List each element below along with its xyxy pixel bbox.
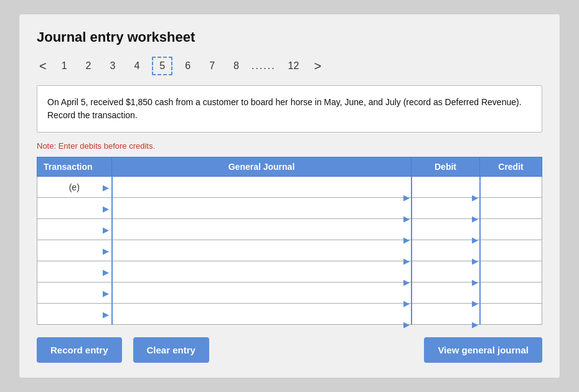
page-8[interactable]: 8 [227, 58, 245, 74]
credit-input-2[interactable] [481, 198, 542, 218]
transaction-arrow: ▶ [103, 182, 109, 192]
debit-input-1[interactable] [412, 172, 479, 193]
journal-table: Transaction General Journal Debit Credit… [37, 157, 542, 325]
gj-input-1[interactable] [120, 172, 411, 193]
transaction-arrow-3: ▶ [103, 225, 109, 234]
page-3[interactable]: 3 [104, 58, 122, 74]
buttons-row: Record entry Clear entry View general jo… [37, 337, 542, 363]
page-1[interactable]: 1 [55, 58, 73, 74]
transaction-arrow-6: ▶ [103, 288, 109, 297]
debit-input-5[interactable] [412, 257, 479, 278]
description-box: On April 5, received $1,850 cash from a … [37, 85, 542, 133]
gj-arrow-7: ▶ [403, 320, 410, 329]
credit-cell-2[interactable] [480, 198, 542, 219]
credit-input-1[interactable] [481, 177, 542, 197]
credit-cell-6[interactable] [480, 282, 542, 304]
transaction-cell-2: ▶ [37, 198, 112, 219]
transaction-cell-7: ▶ [37, 304, 112, 325]
credit-cell-4[interactable] [480, 240, 542, 261]
debit-arrow-7: ▶ [472, 320, 478, 329]
transaction-cell-3: ▶ [37, 219, 112, 240]
next-page-button[interactable]: > [311, 59, 324, 73]
page-6[interactable]: 6 [179, 58, 197, 74]
transaction-cell: (e)▶ [37, 177, 112, 198]
page-2[interactable]: 2 [80, 58, 98, 74]
gj-input-7[interactable] [120, 299, 411, 320]
debit-input-3[interactable] [412, 215, 479, 235]
transaction-cell-6: ▶ [37, 282, 112, 304]
transaction-arrow-5: ▶ [103, 267, 109, 276]
gj-input-6[interactable] [120, 278, 411, 299]
prev-page-button[interactable]: < [37, 59, 49, 73]
credit-cell[interactable] [480, 177, 542, 198]
credit-cell-5[interactable] [480, 261, 542, 282]
credit-input-6[interactable] [481, 282, 542, 303]
debit-input-4[interactable] [412, 236, 479, 256]
gj-input-4[interactable] [120, 236, 411, 256]
table-row: ▶ ▶ ▶ [37, 304, 542, 325]
page-5[interactable]: 5 [152, 57, 172, 75]
page-ellipsis: ...... [252, 60, 276, 72]
credit-cell-7[interactable] [480, 304, 542, 325]
note-text: Note: Enter debits before credits. [37, 141, 542, 151]
view-general-journal-button[interactable]: View general journal [424, 337, 542, 363]
credit-input-4[interactable] [481, 240, 542, 261]
transaction-cell-4: ▶ [37, 240, 112, 261]
pagination: < 1 2 3 4 5 6 7 8 ...... 12 > [37, 57, 542, 75]
debit-input-6[interactable] [412, 278, 479, 299]
credit-cell-3[interactable] [480, 219, 542, 240]
gj-input-5[interactable] [120, 257, 411, 278]
gj-input-3[interactable] [120, 215, 411, 235]
transaction-cell-5: ▶ [37, 261, 112, 282]
credit-input-3[interactable] [481, 219, 542, 240]
transaction-arrow-4: ▶ [103, 246, 109, 255]
col-transaction: Transaction [37, 157, 112, 177]
transaction-arrow-2: ▶ [103, 203, 109, 213]
debit-input-2[interactable] [412, 194, 479, 214]
col-credit: Credit [480, 157, 542, 177]
page-4[interactable]: 4 [128, 58, 146, 74]
credit-input-5[interactable] [481, 261, 542, 282]
page-12[interactable]: 12 [282, 58, 306, 74]
gj-input-2[interactable] [120, 194, 411, 214]
page-7[interactable]: 7 [203, 58, 221, 74]
transaction-arrow-7: ▶ [103, 309, 109, 319]
debit-cell-7[interactable]: ▶ [412, 304, 480, 325]
debit-input-7[interactable] [412, 299, 479, 320]
page-title: Journal entry worksheet [37, 29, 542, 45]
record-entry-button[interactable]: Record entry [37, 337, 122, 363]
worksheet-container: Journal entry worksheet < 1 2 3 4 5 6 7 … [19, 14, 560, 378]
clear-entry-button[interactable]: Clear entry [133, 337, 209, 363]
gj-cell-7[interactable]: ▶ [112, 304, 412, 325]
credit-input-7[interactable] [481, 304, 542, 324]
